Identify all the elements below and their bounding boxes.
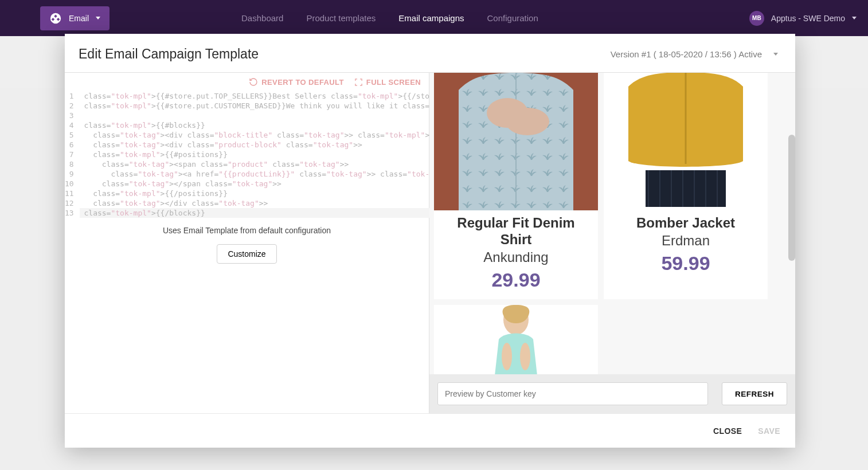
nav: Dashboard Product templates Email campai…: [241, 13, 538, 23]
scrollbar-thumb[interactable]: [788, 135, 795, 261]
fullscreen-button[interactable]: FULL SCREEN: [354, 78, 421, 87]
version-select[interactable]: Version #1 ( 18-05-2020 / 13:56 ) Active: [611, 49, 781, 59]
email-dropdown-label: Email: [69, 14, 89, 23]
editor-pane: REVERT TO DEFAULT FULL SCREEN 1234567891…: [65, 73, 429, 413]
product-title: Bomber Jacket: [631, 210, 741, 232]
modal-footer: CLOSE SAVE: [65, 413, 795, 448]
scrollbar[interactable]: [788, 73, 795, 413]
revert-icon: [249, 77, 258, 87]
nav-configuration[interactable]: Configuration: [487, 13, 538, 23]
product-card[interactable]: Regular Fit Denim ShirtAnkunding29.99: [434, 73, 598, 299]
save-button: SAVE: [758, 426, 780, 436]
preview-footer: REFRESH: [429, 374, 795, 413]
svg-point-8: [502, 343, 512, 370]
version-select-label: Version #1 ( 18-05-2020 / 13:56 ) Active: [611, 49, 762, 59]
preview-pane: Regular Fit Denim ShirtAnkunding29.99Bom…: [429, 73, 795, 413]
product-brand: Ankunding: [483, 248, 548, 265]
product-title: Regular Fit Denim Shirt: [434, 210, 598, 248]
close-button[interactable]: CLOSE: [713, 426, 742, 436]
nav-product-templates[interactable]: Product templates: [306, 13, 376, 23]
code-editor[interactable]: 12345678910111213 class="tok-mpl">{{#sto…: [65, 91, 429, 218]
avatar: MB: [749, 11, 764, 26]
refresh-button[interactable]: REFRESH: [722, 382, 787, 405]
product-price: 29.99: [491, 265, 540, 299]
revert-to-default-button[interactable]: REVERT TO DEFAULT: [249, 77, 344, 87]
modal-title: Edit Email Campaign Template: [79, 46, 259, 62]
fullscreen-icon: [354, 78, 363, 87]
nav-email-campaigns[interactable]: Email campaigns: [398, 13, 464, 23]
user-label: Apptus - SWE Demo: [771, 14, 845, 23]
customize-button[interactable]: Customize: [217, 244, 276, 264]
modal-header: Edit Email Campaign Template Version #1 …: [65, 34, 795, 73]
product-grid: Regular Fit Denim ShirtAnkunding29.99Bom…: [434, 73, 791, 374]
product-brand: Erdman: [662, 232, 710, 249]
preview-scroll[interactable]: Regular Fit Denim ShirtAnkunding29.99Bom…: [429, 73, 795, 374]
edit-email-campaign-modal: Edit Email Campaign Template Version #1 …: [65, 34, 795, 448]
svg-point-3: [506, 108, 549, 135]
email-dropdown[interactable]: Email: [40, 6, 110, 30]
user-menu[interactable]: MB Apptus - SWE Demo: [749, 11, 857, 26]
caret-down-icon: [96, 17, 100, 19]
topbar: Email Dashboard Product templates Email …: [0, 0, 868, 36]
product-card[interactable]: Bomber JacketErdman59.99: [604, 73, 768, 299]
preview-customer-key-input[interactable]: [437, 382, 708, 405]
product-card[interactable]: [434, 305, 598, 374]
svg-point-9: [520, 343, 530, 370]
config-note: Uses Email Template from default configu…: [65, 218, 429, 238]
app-logo-icon: [49, 12, 62, 25]
modal-body: REVERT TO DEFAULT FULL SCREEN 1234567891…: [65, 73, 795, 413]
caret-down-icon: [852, 17, 857, 19]
editor-actions: REVERT TO DEFAULT FULL SCREEN: [65, 73, 429, 91]
nav-dashboard[interactable]: Dashboard: [241, 13, 283, 23]
svg-rect-5: [646, 170, 726, 207]
caret-down-icon: [773, 53, 778, 56]
product-price: 59.99: [661, 249, 710, 283]
